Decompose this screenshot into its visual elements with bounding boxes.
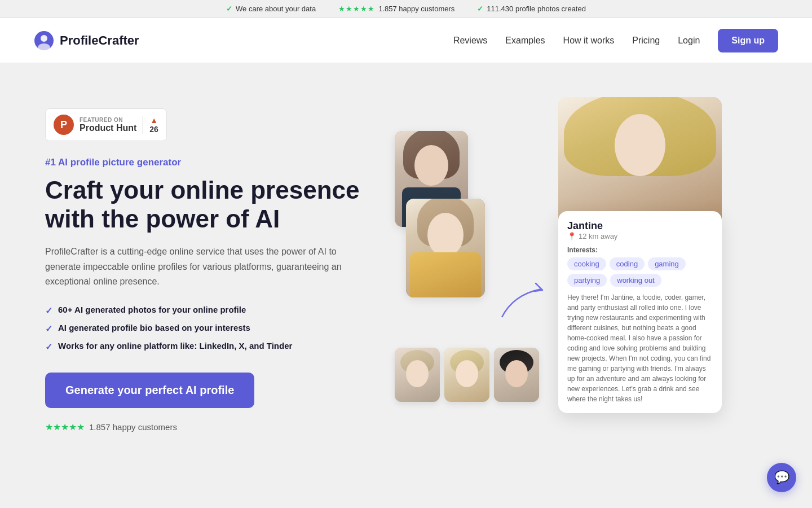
ph-name: Product Hunt xyxy=(80,123,136,133)
happy-stars-icon: ★★★★★ xyxy=(45,422,85,432)
nav-reviews[interactable]: Reviews xyxy=(453,36,487,46)
hero-tagline: #1 AI profile picture generator xyxy=(45,157,361,168)
chat-icon: 💬 xyxy=(774,470,789,485)
happy-customers-text: 1.857 happy customers xyxy=(89,422,177,432)
ph-featured-label: FEATURED ON xyxy=(80,117,136,123)
hero-description: ProfileCrafter is a cutting-edge online … xyxy=(45,244,361,289)
nav-examples[interactable]: Examples xyxy=(505,36,545,46)
hero-title: Craft your online presence with the powe… xyxy=(45,176,361,233)
navbar: ProfileCrafter Reviews Examples How it w… xyxy=(0,18,812,63)
tag-working-out: working out xyxy=(610,274,661,287)
feature-text-3: Works for any online platform like: Link… xyxy=(58,341,292,351)
feature-text-2: AI generated profile bio based on your i… xyxy=(58,323,250,332)
interests-label: Interests: xyxy=(567,246,713,254)
happy-customers: ★★★★★ 1.857 happy customers xyxy=(45,422,361,432)
product-hunt-text: FEATURED ON Product Hunt xyxy=(80,117,136,133)
hero-right: Jantine 📍 12 km away Interests: cooking … xyxy=(395,97,767,424)
svg-point-1 xyxy=(41,35,47,42)
topbar-photos-text: 111.430 profile photos created xyxy=(487,5,586,13)
profile-location: 📍 12 km away xyxy=(567,232,713,240)
topbar: ✓ We care about your data ★★★★★ 1.857 ha… xyxy=(0,0,812,18)
topbar-item-data: ✓ We care about your data xyxy=(226,5,316,13)
topbar-data-text: We care about your data xyxy=(236,5,316,13)
tag-coding: coding xyxy=(610,257,645,270)
product-hunt-badge[interactable]: P FEATURED ON Product Hunt ▲ 26 xyxy=(45,108,167,141)
product-hunt-logo: P xyxy=(54,115,74,135)
signup-button[interactable]: Sign up xyxy=(718,29,778,52)
tag-partying: partying xyxy=(567,274,607,287)
photo-tiny-3 xyxy=(494,348,539,402)
collage-wrapper: Jantine 📍 12 km away Interests: cooking … xyxy=(395,97,722,424)
profile-bio: Hey there! I'm Jantine, a foodie, coder,… xyxy=(567,292,713,404)
tags-container: cooking coding gaming partying working o… xyxy=(567,257,713,287)
chat-button[interactable]: 💬 xyxy=(767,463,796,492)
nav-links: Reviews Examples How it works Pricing Lo… xyxy=(453,29,778,52)
topbar-customers-text: 1.857 happy customers xyxy=(378,5,454,13)
nav-pricing[interactable]: Pricing xyxy=(632,36,660,46)
topbar-item-customers: ★★★★★ 1.857 happy customers xyxy=(338,5,454,13)
photo-tiny-1 xyxy=(395,348,440,402)
ph-votes: ▲ 26 xyxy=(142,116,158,134)
nav-how-it-works[interactable]: How it works xyxy=(563,36,615,46)
profile-name: Jantine xyxy=(567,220,713,232)
profile-card: Jantine 📍 12 km away Interests: cooking … xyxy=(558,211,722,413)
photo-small-2 xyxy=(406,199,485,297)
logo[interactable]: ProfileCrafter xyxy=(34,30,139,51)
check-icon-2: ✓ xyxy=(477,5,483,13)
main-content: P FEATURED ON Product Hunt ▲ 26 #1 AI pr… xyxy=(0,63,812,503)
logo-text: ProfileCrafter xyxy=(60,33,139,48)
profile-location-text: 12 km away xyxy=(579,232,617,240)
photo-tiny-2 xyxy=(444,348,489,402)
tag-cooking: cooking xyxy=(567,257,606,270)
ph-arrow-icon: ▲ xyxy=(150,116,158,125)
cta-button[interactable]: Generate your perfect AI profile xyxy=(45,373,254,408)
feature-text-1: 60+ AI generated photos for your online … xyxy=(58,305,246,314)
feature-item-1: ✓ 60+ AI generated photos for your onlin… xyxy=(45,305,361,316)
feature-item-3: ✓ Works for any online platform like: Li… xyxy=(45,341,361,352)
check-icon-f1: ✓ xyxy=(45,305,52,316)
arrow-decoration xyxy=(496,278,553,323)
check-icon-f3: ✓ xyxy=(45,341,52,352)
hero-left: P FEATURED ON Product Hunt ▲ 26 #1 AI pr… xyxy=(45,97,361,432)
photo-row xyxy=(395,348,539,402)
topbar-stars: ★★★★★ xyxy=(338,5,375,13)
feature-item-2: ✓ AI generated profile bio based on your… xyxy=(45,323,361,334)
topbar-item-photos: ✓ 111.430 profile photos created xyxy=(477,5,586,13)
ph-count: 26 xyxy=(149,125,158,134)
check-icon-f2: ✓ xyxy=(45,323,52,334)
location-icon: 📍 xyxy=(567,232,576,240)
feature-list: ✓ 60+ AI generated photos for your onlin… xyxy=(45,305,361,352)
logo-icon xyxy=(34,30,54,51)
tag-gaming: gaming xyxy=(648,257,686,270)
nav-login[interactable]: Login xyxy=(678,36,700,46)
check-icon: ✓ xyxy=(226,5,232,13)
